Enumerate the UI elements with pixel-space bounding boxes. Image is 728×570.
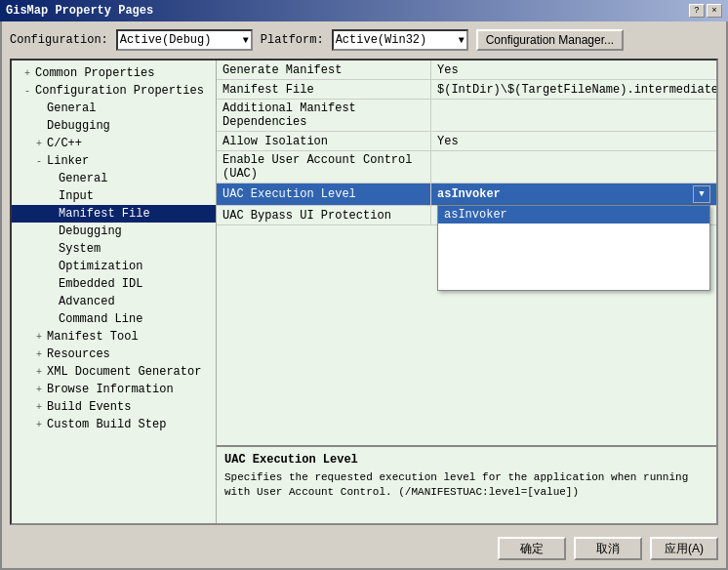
tree-label: Common Properties — [35, 66, 154, 80]
platform-value: Active(Win32) — [336, 33, 427, 47]
tree-expand-icon: + — [20, 68, 35, 79]
tree-label: Debugging — [47, 119, 110, 133]
tree-item-linker-manifest[interactable]: Manifest File — [12, 205, 216, 223]
prop-row[interactable]: Allow IsolationYes — [217, 132, 716, 151]
tree-expand-icon: + — [31, 385, 47, 395]
prop-name: Allow Isolation — [217, 132, 431, 150]
prop-value: Yes — [431, 132, 716, 150]
dropdown-selected: asInvoker▼ — [437, 185, 710, 203]
title-bar: GisMap Property Pages ? × — [0, 0, 728, 21]
tree-item-cpp[interactable]: +C/C++ — [12, 135, 216, 152]
tree-label: Command Line — [59, 312, 142, 326]
dropdown-option[interactable]: <inherit from parent or project defaults… — [438, 259, 709, 290]
tree-item-linker-input[interactable]: Input — [12, 187, 216, 205]
tree-item-manifest-tool[interactable]: +Manifest Tool — [12, 328, 216, 346]
tree-panel: +Common Properties-Configuration Propert… — [12, 61, 217, 523]
prop-value: $(IntDir)\$(TargetFileName).intermediate… — [431, 80, 716, 99]
tree-label: Custom Build Step — [47, 418, 166, 431]
main-window: Configuration: Active(Debug) ▼ Platform:… — [0, 21, 728, 570]
help-button[interactable]: ? — [689, 4, 705, 18]
platform-arrow-icon: ▼ — [459, 35, 465, 46]
tree-expand-icon: + — [31, 402, 47, 413]
tree-item-xml-doc[interactable]: +XML Document Generator — [12, 363, 216, 381]
tree-item-linker-debugging[interactable]: Debugging — [12, 223, 216, 240]
property-grid: Generate ManifestYesManifest File$(IntDi… — [217, 61, 716, 445]
prop-value[interactable]: asInvoker▼asInvokerhighestAvailablerequi… — [431, 183, 716, 205]
title-bar-buttons: ? × — [689, 4, 722, 18]
tree-label: Input — [59, 189, 94, 203]
tree-label: Debugging — [59, 224, 122, 238]
content-area: +Common Properties-Configuration Propert… — [10, 59, 718, 525]
tree-item-config-props[interactable]: -Configuration Properties — [12, 82, 216, 100]
tree-label: Optimization — [59, 260, 142, 273]
prop-value — [431, 151, 716, 183]
tree-item-linker-general[interactable]: General — [12, 170, 216, 187]
tree-expand-icon: + — [31, 332, 47, 343]
prop-name: UAC Execution Level — [217, 183, 431, 205]
tree-item-debugging[interactable]: Debugging — [12, 117, 216, 135]
tree-item-linker-advanced[interactable]: Advanced — [12, 293, 216, 310]
title-bar-text: GisMap Property Pages — [6, 4, 153, 18]
tree-label: Build Events — [47, 400, 131, 414]
tree-item-build-events[interactable]: +Build Events — [12, 398, 216, 416]
tree-label: System — [59, 242, 101, 256]
tree-item-linker-system[interactable]: System — [12, 240, 216, 258]
config-label: Configuration: — [10, 33, 108, 47]
configuration-select[interactable]: Active(Debug) ▼ — [116, 29, 253, 51]
tree-label: General — [59, 172, 107, 185]
cancel-button[interactable]: 取消 — [574, 537, 642, 560]
tree-expand-icon: - — [20, 86, 35, 97]
bottom-bar: 确定 取消 应用(A) — [10, 533, 718, 560]
prop-name: Manifest File — [217, 80, 431, 99]
tree-label: Configuration Properties — [35, 84, 204, 98]
prop-row[interactable]: Generate ManifestYes — [217, 61, 716, 80]
tree-label: Resources — [47, 347, 110, 361]
platform-label: Platform: — [261, 33, 324, 47]
description-text: Specifies the requested execution level … — [224, 470, 708, 501]
description-panel: UAC Execution Level Specifies the reques… — [217, 445, 716, 523]
tree-item-linker-embedded-idl[interactable]: Embedded IDL — [12, 275, 216, 293]
tree-label: Linker — [47, 154, 89, 168]
apply-button[interactable]: 应用(A) — [650, 537, 718, 560]
tree-item-linker[interactable]: -Linker — [12, 152, 216, 170]
tree-item-browse-info[interactable]: +Browse Information — [12, 381, 216, 398]
tree-expand-icon: + — [31, 349, 47, 360]
description-title: UAC Execution Level — [224, 453, 708, 467]
config-value: Active(Debug) — [120, 33, 212, 47]
prop-name: Additional Manifest Dependencies — [217, 100, 431, 131]
dropdown-container[interactable]: asInvoker▼asInvokerhighestAvailablerequi… — [437, 185, 710, 203]
tree-item-resources[interactable]: +Resources — [12, 346, 216, 363]
prop-name: Enable User Account Control (UAC) — [217, 151, 431, 183]
tree-label: Manifest Tool — [47, 330, 139, 344]
prop-value — [431, 100, 716, 131]
tree-item-general[interactable]: General — [12, 100, 216, 117]
tree-label: Embedded IDL — [59, 277, 142, 291]
tree-item-common-props[interactable]: +Common Properties — [12, 64, 216, 82]
tree-label: XML Document Generator — [47, 365, 201, 379]
tree-item-linker-optimization[interactable]: Optimization — [12, 258, 216, 275]
close-button[interactable]: × — [707, 4, 722, 18]
right-panel: Generate ManifestYesManifest File$(IntDi… — [217, 61, 716, 523]
prop-row[interactable]: Manifest File$(IntDir)\$(TargetFileName)… — [217, 80, 716, 100]
dropdown-arrow-button[interactable]: ▼ — [693, 185, 710, 203]
prop-name: Generate Manifest — [217, 61, 431, 79]
tree-item-custom-build[interactable]: +Custom Build Step — [12, 416, 216, 433]
config-manager-button[interactable]: Configuration Manager... — [476, 29, 624, 51]
prop-value: Yes — [431, 61, 716, 79]
tree-label: Manifest File — [59, 207, 150, 221]
dropdown-option[interactable]: highestAvailable — [438, 224, 709, 241]
tree-label: Browse Information — [47, 383, 174, 396]
tree-expand-icon: + — [31, 139, 47, 149]
prop-row[interactable]: Enable User Account Control (UAC) — [217, 151, 716, 183]
dropdown-option[interactable]: requireAdministrator — [438, 241, 709, 259]
dropdown-option[interactable]: asInvoker — [438, 206, 709, 224]
config-row: Configuration: Active(Debug) ▼ Platform:… — [10, 29, 718, 51]
ok-button[interactable]: 确定 — [498, 537, 566, 560]
tree-expand-icon: + — [31, 367, 47, 378]
tree-label: C/C++ — [47, 137, 82, 150]
tree-item-linker-cmdline[interactable]: Command Line — [12, 310, 216, 328]
tree-label: General — [47, 102, 96, 115]
prop-row[interactable]: Additional Manifest Dependencies — [217, 100, 716, 132]
platform-select[interactable]: Active(Win32) ▼ — [332, 29, 468, 51]
prop-row[interactable]: UAC Execution LevelasInvoker▼asInvokerhi… — [217, 183, 716, 206]
